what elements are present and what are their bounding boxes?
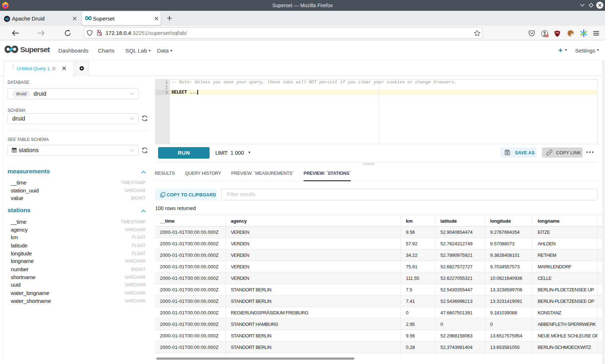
svg-text:UO: UO — [556, 32, 559, 34]
